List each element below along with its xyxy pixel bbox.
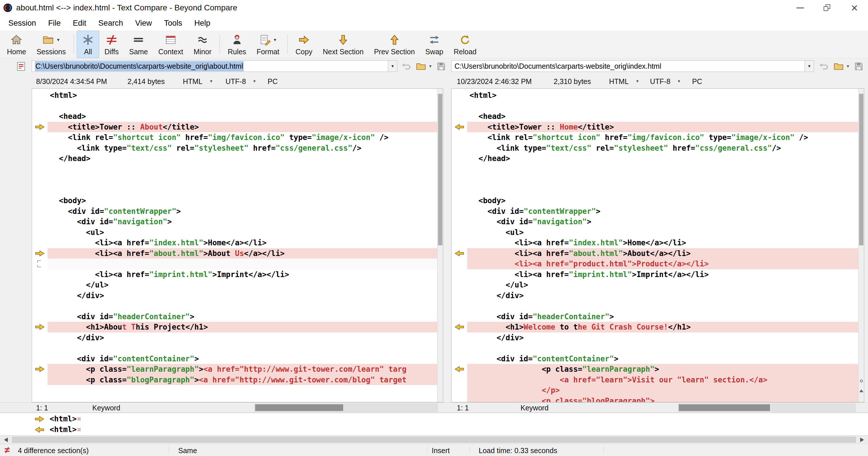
code-line-text [467, 301, 858, 311]
code-line-text: <title>Tower :: Home</title> [467, 122, 858, 133]
toolbar-label: Copy [296, 48, 312, 56]
left-format-caret-icon[interactable]: ▼ [209, 79, 213, 83]
code-line-text: </ul> [467, 280, 858, 290]
menu-view[interactable]: View [129, 16, 158, 31]
right-path-input[interactable]: C:\Users\brunobrito\Documents\carparts-w… [451, 60, 805, 72]
right-save-button[interactable] [852, 61, 865, 72]
left-path-input[interactable]: C:\Users\brunobrito\Documents\carparts-w… [32, 60, 388, 72]
left-vertical-scrollbar[interactable] [437, 89, 443, 402]
toolbar-button-next-section[interactable]: Next Section [317, 31, 369, 58]
toolbar-button-home[interactable]: Home [2, 31, 31, 58]
scrollbar-center-button[interactable] [859, 377, 864, 385]
left-encoding-dropdown[interactable]: UTF-8 [225, 77, 246, 86]
menu-help[interactable]: Help [188, 16, 217, 31]
menu-file[interactable]: File [42, 16, 67, 31]
close-button[interactable]: × [841, 0, 868, 16]
code-line: <div id="navigation"> [32, 217, 437, 227]
left-browse-button[interactable] [415, 61, 427, 72]
left-horizontal-scrollbar[interactable] [255, 404, 437, 411]
detail-line-text: <html>¤ [47, 414, 868, 424]
toolbar-button-format[interactable]: ▼ Format [251, 31, 285, 58]
code-line-text: </ul> [48, 280, 437, 290]
line-marker-gutter [452, 259, 467, 269]
left-scrollbar-thumb[interactable] [438, 94, 442, 245]
code-line: <link type="text/css" rel="stylesheet" h… [32, 143, 437, 153]
minimize-button[interactable] [787, 0, 814, 16]
detail-horizontal-scrollbar[interactable] [0, 435, 868, 444]
right-hscroll-thumb[interactable] [679, 404, 770, 411]
left-path-dropdown-caret[interactable]: ▼ [388, 60, 397, 72]
line-marker-gutter [32, 111, 48, 122]
right-format-dropdown[interactable]: HTML [609, 77, 629, 86]
context-icon [165, 34, 177, 46]
toolbar-label: Next Section [323, 48, 364, 56]
left-code-pane[interactable]: <html> <head> <title>Tower :: About</tit… [32, 88, 443, 402]
detail-hscroll-thumb[interactable] [12, 437, 856, 443]
swap-icon [428, 34, 440, 46]
toolbar-button-diffs[interactable]: Diffs [99, 31, 124, 58]
code-line-text: <li><a href="about.html">About</a></li> [467, 248, 858, 259]
scroll-right-arrow-icon[interactable] [860, 437, 864, 442]
right-format-caret-icon[interactable]: ▼ [636, 79, 639, 83]
code-line: <link rel="shortcut icon" href="img/favi… [452, 132, 858, 143]
toolbar-button-reload[interactable]: Reload [448, 31, 482, 58]
toolbar-button-minor[interactable]: Minor [188, 31, 217, 58]
code-line [452, 174, 858, 185]
dropdown-caret-icon[interactable]: ▼ [56, 37, 60, 42]
right-vertical-scrollbar[interactable] [858, 89, 864, 402]
right-encoding-caret-icon[interactable]: ▼ [677, 79, 681, 83]
toolbar-label: Swap [425, 48, 443, 56]
code-line-text: <li><a href="product.html">Product</a></… [467, 259, 858, 269]
scrollbar-jump-button[interactable] [859, 387, 864, 395]
app-logo-icon[interactable] [3, 3, 13, 13]
right-horizontal-scrollbar[interactable] [678, 404, 855, 411]
toolbar-button-context[interactable]: Context [153, 31, 188, 58]
dropdown-caret-icon[interactable]: ▼ [273, 37, 277, 42]
toolbar-button-swap[interactable]: Swap [420, 31, 449, 58]
left-save-button[interactable] [435, 61, 447, 72]
line-marker-gutter [32, 227, 48, 238]
left-format-dropdown[interactable]: HTML [183, 77, 203, 86]
code-line: </ul> [452, 280, 858, 290]
detail-line: <html>¤ [32, 424, 868, 435]
menu-session[interactable]: Session [2, 16, 42, 31]
code-line-text: <link type="text/css" rel="stylesheet" h… [48, 143, 437, 153]
left-encoding-caret-icon[interactable]: ▼ [253, 79, 256, 83]
right-encoding-dropdown[interactable]: UTF-8 [650, 77, 671, 86]
toolbar-button-prev-section[interactable]: Prev Section [369, 31, 420, 58]
code-line: <html> [452, 90, 858, 101]
line-marker-gutter [452, 195, 467, 206]
right-code-pane[interactable]: <html> <head> <title>Tower :: Home</titl… [451, 88, 864, 402]
left-undo-button[interactable] [400, 61, 413, 72]
scroll-left-arrow-icon[interactable] [4, 437, 8, 442]
left-browse-caret-icon[interactable]: ▼ [429, 64, 432, 68]
code-line-text: <h1>About This Project</h1> [48, 322, 437, 333]
toolbar-button-rules[interactable]: Rules [223, 31, 251, 58]
right-browse-caret-icon[interactable]: ▼ [846, 64, 850, 68]
toolbar: Home ▼ Sessions All [0, 31, 868, 58]
diff-arrow-left-icon [35, 426, 44, 433]
menu-tools[interactable]: Tools [158, 16, 188, 31]
toolbar-button-sessions[interactable]: ▼ Sessions [31, 31, 71, 58]
menu-edit[interactable]: Edit [67, 16, 93, 31]
code-line: <li><a href="product.html">Product</a></… [452, 259, 858, 269]
line-details-pane[interactable]: <html>¤<html>¤ [0, 413, 868, 435]
restore-button[interactable] [814, 0, 841, 16]
code-line-text: <li><a href="imprint.html">Imprint</a></… [467, 269, 858, 280]
left-hscroll-thumb[interactable] [255, 404, 343, 411]
code-line [32, 174, 437, 185]
line-marker-gutter [32, 311, 48, 322]
line-marker-gutter [452, 396, 467, 403]
right-undo-button[interactable] [818, 61, 831, 72]
toolbar-button-copy[interactable]: Copy [290, 31, 317, 58]
right-scrollbar-thumb[interactable] [859, 94, 863, 245]
toolbar-button-same[interactable]: Same [124, 31, 153, 58]
code-line-text: </div> [48, 290, 437, 301]
toolbar-separator [287, 35, 288, 54]
menu-search[interactable]: Search [92, 16, 129, 31]
right-browse-button[interactable] [832, 61, 845, 72]
code-line-text: <head> [48, 111, 437, 122]
right-path-dropdown-caret[interactable]: ▼ [805, 60, 814, 72]
toolbar-button-all[interactable]: All [77, 31, 99, 58]
code-line: <li><a href="about.html">About</a></li> [452, 248, 858, 259]
